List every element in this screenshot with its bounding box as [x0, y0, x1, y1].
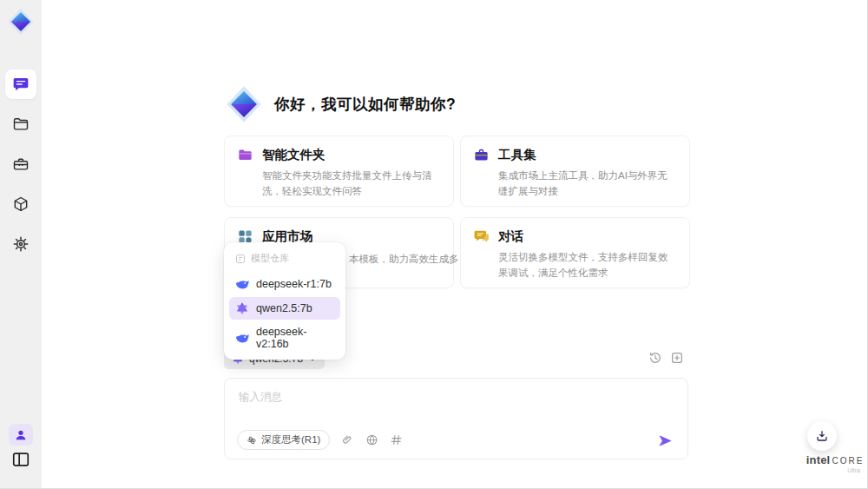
model-repo-label: 模型仓库: [251, 252, 289, 265]
sidebar-item-chat[interactable]: [5, 69, 36, 99]
sidebar: [0, 0, 42, 489]
sidebar-item-toolbox[interactable]: [5, 149, 36, 179]
download-icon: [815, 429, 829, 443]
send-icon[interactable]: [657, 433, 674, 449]
new-chat-icon[interactable]: [670, 351, 684, 365]
model-repo-header: 模型仓库: [229, 248, 340, 271]
card-description: 集成市场上主流工具，助力AI与外界无缝扩展与对接: [498, 169, 677, 200]
repo-icon: [235, 254, 246, 264]
cube-icon: [12, 195, 30, 213]
chat-icon: [12, 76, 30, 93]
folder-icon: [237, 147, 253, 163]
composer-toolbar: 深度思考(R1): [237, 430, 403, 450]
intel-wordmark: intel: [806, 453, 831, 466]
card-dialog[interactable]: 对话 灵活切换多模型文件，支持多样回复效果调试，满足个性化需求: [460, 217, 690, 288]
briefcase-icon: [473, 147, 490, 163]
card-title: 对话: [498, 228, 523, 245]
deepseek-icon: [235, 331, 249, 345]
message-composer: 深度思考(R1): [224, 378, 688, 459]
user-icon: [14, 428, 28, 442]
model-option-deepseek-r1[interactable]: deepseek-r1:7b: [229, 273, 340, 295]
deepseek-icon: [235, 277, 249, 291]
panel-icon: [11, 450, 30, 469]
card-title: 智能文件夹: [262, 147, 326, 163]
model-dropdown: 模型仓库 deepseek-r1:7b qwen2.5:7b deepseek-…: [224, 242, 345, 360]
intel-sub-label: Ultra: [806, 467, 864, 473]
greeting-header: 你好，我可以如何帮助你?: [224, 83, 456, 125]
message-input[interactable]: [225, 379, 687, 424]
sidebar-toggle[interactable]: [11, 450, 30, 469]
hash-icon[interactable]: [390, 433, 403, 446]
globe-icon[interactable]: [365, 433, 378, 446]
paperclip-icon[interactable]: [341, 433, 354, 446]
sidebar-item-folders[interactable]: [5, 109, 36, 139]
card-description: 本模板，助力高效生成多: [349, 253, 459, 266]
model-option-deepseek-v2[interactable]: deepseek-v2:16b: [229, 321, 340, 354]
model-option-label: deepseek-r1:7b: [256, 278, 332, 290]
sidebar-item-models[interactable]: [5, 189, 36, 219]
assistant-logo-icon: [224, 84, 264, 124]
dialog-icon: [473, 228, 490, 245]
card-description: 智能文件夹功能支持批量文件上传与清洗，轻松实现文件问答: [262, 169, 441, 200]
history-icon[interactable]: [648, 351, 662, 365]
toolbox-icon: [12, 155, 30, 173]
qwen-icon: [235, 301, 249, 315]
card-description: 灵活切换多模型文件，支持多样回复效果调试，满足个性化需求: [498, 250, 677, 281]
deep-think-toggle[interactable]: 深度思考(R1): [237, 430, 330, 450]
intel-core-badge: intel CORE Ultra: [806, 453, 864, 473]
download-button[interactable]: [807, 421, 837, 451]
sidebar-item-settings[interactable]: [5, 229, 36, 259]
model-option-label: deepseek-v2:16b: [256, 326, 334, 350]
model-option-label: qwen2.5:7b: [256, 302, 312, 314]
core-wordmark: CORE: [832, 456, 864, 466]
app-window: { "app": { "accent": "#5a32e6", "selecte…: [0, 0, 868, 489]
greeting-text: 你好，我可以如何帮助你?: [274, 94, 456, 115]
model-option-qwen[interactable]: qwen2.5:7b: [229, 297, 340, 320]
atom-icon: [247, 435, 257, 446]
card-title: 工具集: [498, 147, 536, 163]
folder-icon: [12, 116, 30, 133]
conversation-actions: [648, 351, 684, 365]
deep-think-label: 深度思考(R1): [261, 433, 320, 446]
card-smart-folder[interactable]: 智能文件夹 智能文件夹功能支持批量文件上传与清洗，轻松实现文件问答: [224, 135, 454, 207]
card-toolset[interactable]: 工具集 集成市场上主流工具，助力AI与外界无缝扩展与对接: [460, 135, 690, 207]
app-logo-icon: [6, 7, 36, 36]
gear-icon: [12, 235, 30, 253]
sidebar-item-account[interactable]: [9, 424, 33, 446]
